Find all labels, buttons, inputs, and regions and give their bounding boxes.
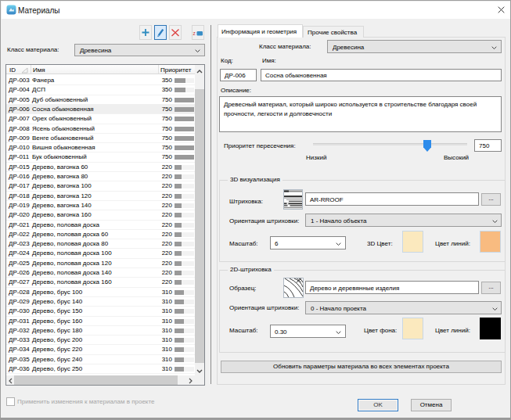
svg-text:z: z <box>193 31 196 36</box>
